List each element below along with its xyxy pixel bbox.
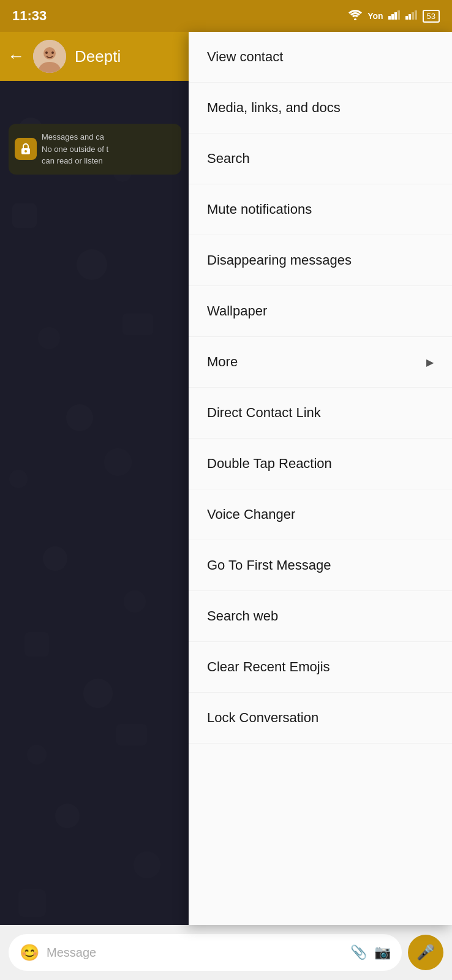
- message-input-container: 😊 Message 📎 📷: [9, 934, 402, 971]
- svg-rect-6: [409, 14, 411, 20]
- emoji-button[interactable]: 😊: [20, 943, 39, 962]
- menu-item-direct-contact-link[interactable]: Direct Contact Link: [189, 388, 452, 439]
- menu-item-label-more: More: [207, 354, 238, 370]
- menu-item-disappearing-messages[interactable]: Disappearing messages: [189, 235, 452, 286]
- svg-point-34: [24, 150, 27, 153]
- svg-rect-22: [104, 448, 132, 476]
- svg-point-18: [38, 327, 60, 349]
- encryption-text: Messages and caNo one outside of tcan re…: [42, 131, 173, 167]
- svg-point-27: [27, 745, 47, 764]
- encryption-icon: [15, 138, 37, 160]
- svg-point-24: [124, 590, 146, 612]
- back-button[interactable]: ←: [7, 47, 24, 66]
- svg-rect-19: [122, 314, 153, 335]
- menu-items-list: View contactMedia, links, and docsSearch…: [189, 32, 452, 744]
- encryption-notice: Messages and caNo one outside of tcan re…: [9, 124, 181, 175]
- menu-item-label-clear-recent-emojis: Clear Recent Emojis: [207, 659, 330, 675]
- signal-icon-1: Yon: [367, 11, 383, 21]
- menu-item-label-view-contact: View contact: [207, 49, 283, 65]
- svg-rect-31: [18, 889, 46, 917]
- svg-point-17: [77, 249, 107, 280]
- camera-button[interactable]: 📷: [374, 944, 391, 960]
- svg-point-26: [83, 679, 113, 708]
- menu-item-more[interactable]: More▶: [189, 337, 452, 388]
- menu-item-clear-recent-emojis[interactable]: Clear Recent Emojis: [189, 642, 452, 693]
- menu-item-label-double-tap-reaction: Double Tap Reaction: [207, 456, 332, 472]
- menu-item-search-web[interactable]: Search web: [189, 591, 452, 642]
- svg-rect-1: [388, 16, 391, 20]
- menu-item-label-lock-conversation: Lock Conversation: [207, 710, 318, 726]
- chat-background-pattern: [0, 81, 190, 980]
- svg-rect-28: [116, 724, 147, 745]
- wifi-icon: [348, 9, 363, 23]
- menu-item-label-go-to-first-message: Go To First Message: [207, 557, 331, 573]
- menu-item-search[interactable]: Search: [189, 134, 452, 184]
- svg-rect-4: [397, 10, 400, 20]
- menu-item-label-search-web: Search web: [207, 608, 278, 624]
- message-placeholder[interactable]: Message: [47, 946, 343, 960]
- menu-item-voice-changer[interactable]: Voice Changer: [189, 489, 452, 540]
- svg-rect-8: [415, 10, 417, 20]
- mic-button[interactable]: 🎤: [408, 935, 443, 970]
- menu-item-go-to-first-message[interactable]: Go To First Message: [189, 540, 452, 591]
- menu-item-label-voice-changer: Voice Changer: [207, 507, 295, 522]
- svg-point-21: [9, 470, 28, 488]
- attach-button[interactable]: 📎: [350, 944, 367, 960]
- menu-item-view-contact[interactable]: View contact: [189, 32, 452, 83]
- battery-icon: 53: [423, 10, 440, 23]
- signal-icon-2: [388, 10, 401, 22]
- svg-point-30: [134, 851, 160, 878]
- menu-item-label-search: Search: [207, 151, 250, 167]
- svg-point-20: [66, 404, 93, 431]
- menu-item-label-disappearing-messages: Disappearing messages: [207, 252, 352, 268]
- menu-item-label-wallpaper: Wallpaper: [207, 303, 267, 319]
- signal-icon-3: [405, 10, 418, 22]
- menu-item-media-links-docs[interactable]: Media, links, and docs: [189, 83, 452, 134]
- svg-rect-16: [12, 203, 37, 228]
- menu-item-label-direct-contact-link: Direct Contact Link: [207, 405, 321, 421]
- svg-rect-3: [394, 12, 397, 20]
- status-time: 11:33: [12, 8, 47, 24]
- svg-rect-5: [405, 16, 408, 20]
- mic-icon: 🎤: [416, 944, 435, 961]
- chat-area: Messages and caNo one outside of tcan re…: [0, 81, 190, 980]
- svg-rect-2: [391, 14, 394, 20]
- context-menu: View contactMedia, links, and docsSearch…: [189, 32, 452, 925]
- svg-point-12: [45, 51, 48, 54]
- menu-item-wallpaper[interactable]: Wallpaper: [189, 286, 452, 337]
- svg-rect-25: [24, 632, 49, 657]
- svg-point-0: [354, 18, 356, 20]
- menu-item-arrow-more: ▶: [426, 356, 434, 368]
- svg-point-23: [43, 546, 67, 571]
- menu-item-label-mute-notifications: Mute notifications: [207, 202, 312, 217]
- menu-item-double-tap-reaction[interactable]: Double Tap Reaction: [189, 439, 452, 489]
- svg-point-13: [51, 51, 54, 54]
- status-icons: Yon 53: [348, 9, 440, 23]
- input-bar: 😊 Message 📎 📷 🎤: [0, 925, 452, 980]
- menu-item-lock-conversation[interactable]: Lock Conversation: [189, 693, 452, 744]
- svg-rect-7: [412, 12, 414, 20]
- status-bar: 11:33 Yon: [0, 0, 452, 32]
- avatar[interactable]: [33, 40, 66, 73]
- menu-item-mute-notifications[interactable]: Mute notifications: [189, 184, 452, 235]
- svg-point-29: [55, 804, 80, 828]
- menu-item-label-media-links-docs: Media, links, and docs: [207, 100, 341, 116]
